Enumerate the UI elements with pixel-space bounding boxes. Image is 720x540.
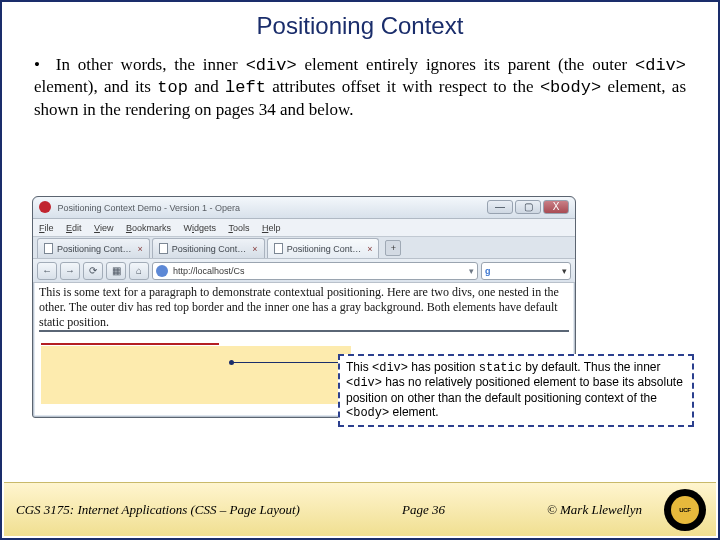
window-close-button[interactable]: X <box>543 200 569 214</box>
bullet-marker: • <box>34 54 48 75</box>
browser-titlebar: Positioning Context Demo - Version 1 - O… <box>33 197 575 219</box>
opera-icon <box>39 201 51 213</box>
browser-tab[interactable]: Positioning Cont…× <box>152 238 265 258</box>
menu-bookmarks[interactable]: Bookmarks <box>126 223 171 233</box>
bullet-text-5: attributes offset it with respect to the <box>266 77 540 96</box>
callout-code-div2: <div> <box>346 376 382 390</box>
bullet-text-1: In other words, the inner <box>56 55 246 74</box>
menu-file[interactable]: FFileile <box>39 223 54 233</box>
address-text: http://localhost/Cs <box>173 266 245 276</box>
nav-back-button[interactable]: ← <box>37 262 57 280</box>
menu-view[interactable]: View <box>94 223 113 233</box>
bullet-paragraph: • In other words, the inner <div> elemen… <box>2 40 718 120</box>
google-icon: g <box>485 266 491 276</box>
page-paragraph: This is some text for a paragraph to dem… <box>39 285 569 332</box>
bullet-text-4: and <box>188 77 225 96</box>
footer-page: Page 36 <box>388 502 459 518</box>
tab-label: Positioning Cont… <box>57 239 132 259</box>
page-icon <box>44 243 53 254</box>
callout-text: has no relatively positioned element to … <box>346 375 683 404</box>
menu-help[interactable]: Help <box>262 223 281 233</box>
tab-close-icon[interactable]: × <box>138 239 143 259</box>
callout-code-body: <body> <box>346 406 389 420</box>
menu-edit[interactable]: Edit <box>66 223 82 233</box>
slide-footer: CGS 3175: Internet Applications (CSS – P… <box>4 482 716 536</box>
browser-tab[interactable]: Positioning Cont…× <box>37 238 150 258</box>
address-dropdown-icon[interactable]: ▾ <box>469 266 474 276</box>
menu-widgets[interactable]: Widgets <box>184 223 217 233</box>
window-minimize-button[interactable]: — <box>487 200 513 214</box>
page-icon <box>159 243 168 254</box>
bullet-text-3: element), and its <box>34 77 157 96</box>
ucf-logo-text: UCF <box>671 496 699 524</box>
code-left: left <box>225 78 266 97</box>
nav-forward-button[interactable]: → <box>60 262 80 280</box>
callout-text: has position <box>408 360 479 374</box>
browser-toolbar: ← → ⟳ ▦ ⌂ http://localhost/Cs ▾ g▾ <box>33 259 575 283</box>
callout-code-static: static <box>479 361 522 375</box>
nav-home-button[interactable]: ⌂ <box>129 262 149 280</box>
inner-div-gray-box <box>41 346 351 404</box>
callout-code-div1: <div> <box>372 361 408 375</box>
code-top: top <box>157 78 188 97</box>
callout-text: This <box>346 360 372 374</box>
globe-icon <box>156 265 168 277</box>
tab-label: Positioning Cont… <box>287 239 362 259</box>
ucf-logo: UCF <box>664 489 706 531</box>
tab-close-icon[interactable]: × <box>252 239 257 259</box>
page-icon <box>274 243 283 254</box>
browser-tabstrip: Positioning Cont…× Positioning Cont…× Po… <box>33 237 575 259</box>
footer-course: CGS 3175: Internet Applications (CSS – P… <box>4 502 314 518</box>
annotation-callout: This <div> has position static by defaul… <box>338 354 694 427</box>
code-div-2: <div> <box>635 56 686 75</box>
new-tab-button[interactable]: + <box>385 240 401 256</box>
search-box[interactable]: g▾ <box>481 262 571 280</box>
code-div-1: <div> <box>246 56 297 75</box>
browser-tab[interactable]: Positioning Cont…× <box>267 238 380 258</box>
tab-label: Positioning Cont… <box>172 239 247 259</box>
outer-div-red-border <box>41 343 219 345</box>
window-maximize-button[interactable]: ▢ <box>515 200 541 214</box>
slide-title: Positioning Context <box>2 2 718 40</box>
callout-leader-line <box>233 362 339 363</box>
address-bar[interactable]: http://localhost/Cs ▾ <box>152 262 478 280</box>
tab-close-icon[interactable]: × <box>367 239 372 259</box>
footer-author: © Mark Llewellyn <box>533 502 656 518</box>
search-dropdown-icon[interactable]: ▾ <box>562 266 567 276</box>
callout-text: by default. Thus the inner <box>522 360 661 374</box>
menu-tools[interactable]: Tools <box>228 223 249 233</box>
nav-reload-button[interactable]: ⟳ <box>83 262 103 280</box>
code-body: <body> <box>540 78 601 97</box>
window-title-text: Positioning Context Demo - Version 1 - O… <box>58 203 241 213</box>
callout-text: element. <box>389 405 438 419</box>
bullet-text-2: element entirely ignores its parent (the… <box>297 55 635 74</box>
browser-menubar: FFileile Edit View Bookmarks Widgets Too… <box>33 219 575 237</box>
nav-stop-button[interactable]: ▦ <box>106 262 126 280</box>
